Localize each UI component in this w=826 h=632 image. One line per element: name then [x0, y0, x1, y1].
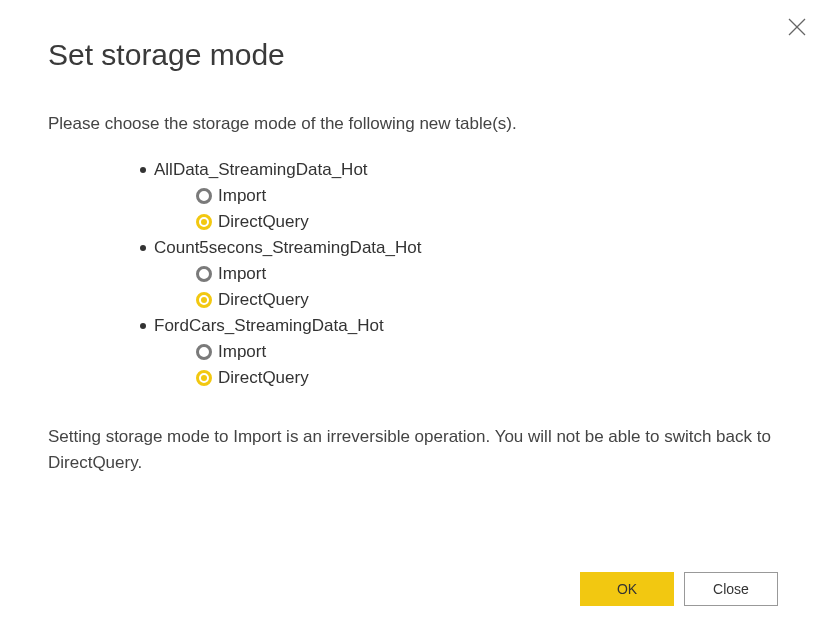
- radio-icon: [196, 370, 212, 386]
- table-name: Count5secons_StreamingData_Hot: [154, 238, 421, 258]
- bullet-icon: [140, 167, 146, 173]
- tables-list: AllData_StreamingData_Hot Import DirectQ…: [48, 160, 778, 394]
- close-button[interactable]: Close: [684, 572, 778, 606]
- instruction-text: Please choose the storage mode of the fo…: [48, 114, 778, 134]
- table-row: Count5secons_StreamingData_Hot Import Di…: [140, 238, 778, 310]
- table-name: FordCars_StreamingData_Hot: [154, 316, 384, 336]
- option-import[interactable]: Import: [196, 342, 778, 362]
- option-label: DirectQuery: [218, 212, 309, 232]
- table-row: AllData_StreamingData_Hot Import DirectQ…: [140, 160, 778, 232]
- option-label: DirectQuery: [218, 290, 309, 310]
- option-label: Import: [218, 264, 266, 284]
- dialog-title: Set storage mode: [48, 38, 778, 72]
- radio-icon: [196, 292, 212, 308]
- option-directquery[interactable]: DirectQuery: [196, 368, 778, 388]
- option-directquery[interactable]: DirectQuery: [196, 212, 778, 232]
- table-options: Import DirectQuery: [140, 186, 778, 232]
- table-name-line: FordCars_StreamingData_Hot: [140, 316, 778, 336]
- radio-icon: [196, 344, 212, 360]
- option-import[interactable]: Import: [196, 264, 778, 284]
- dialog-set-storage-mode: Set storage mode Please choose the stora…: [0, 0, 826, 632]
- bullet-icon: [140, 245, 146, 251]
- option-label: Import: [218, 342, 266, 362]
- table-row: FordCars_StreamingData_Hot Import Direct…: [140, 316, 778, 388]
- table-options: Import DirectQuery: [140, 264, 778, 310]
- ok-button[interactable]: OK: [580, 572, 674, 606]
- radio-icon: [196, 188, 212, 204]
- close-icon[interactable]: [788, 18, 806, 36]
- warning-text: Setting storage mode to Import is an irr…: [48, 424, 778, 477]
- option-label: Import: [218, 186, 266, 206]
- option-import[interactable]: Import: [196, 186, 778, 206]
- radio-icon: [196, 214, 212, 230]
- table-name-line: AllData_StreamingData_Hot: [140, 160, 778, 180]
- option-label: DirectQuery: [218, 368, 309, 388]
- option-directquery[interactable]: DirectQuery: [196, 290, 778, 310]
- table-name-line: Count5secons_StreamingData_Hot: [140, 238, 778, 258]
- bullet-icon: [140, 323, 146, 329]
- table-name: AllData_StreamingData_Hot: [154, 160, 368, 180]
- radio-icon: [196, 266, 212, 282]
- dialog-footer: OK Close: [580, 572, 778, 606]
- table-options: Import DirectQuery: [140, 342, 778, 388]
